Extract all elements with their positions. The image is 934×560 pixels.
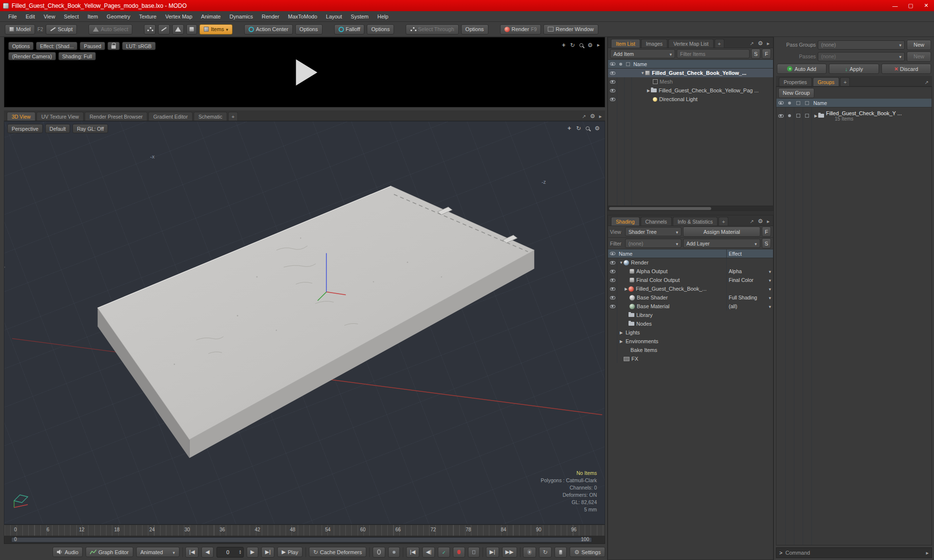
apply-button[interactable]: Apply	[829, 64, 879, 74]
raygl-button[interactable]: Ray GL: Off	[72, 124, 108, 133]
item-label[interactable]: Filled_Guest_Check_Book_Yellow_Pag ...	[659, 88, 759, 93]
visibility-eye-icon[interactable]	[608, 270, 617, 273]
shader-row-lights[interactable]: Lights	[608, 328, 773, 337]
cycle-button[interactable]	[539, 547, 552, 558]
shader-label[interactable]: Library	[636, 312, 773, 318]
vertex-mode-button[interactable]	[144, 24, 156, 35]
preview-camera-button[interactable]: (Render Camera)	[8, 52, 56, 60]
gear-icon[interactable]	[588, 42, 593, 49]
add-tab-button[interactable]: +	[228, 112, 238, 121]
shader-row-environments[interactable]: Environments	[608, 337, 773, 346]
shader-label[interactable]: Bake Items	[630, 347, 773, 353]
toggle-checkbox[interactable]	[805, 114, 809, 118]
step-fwd-button[interactable]: ▶|	[486, 547, 499, 558]
play-overlay-icon[interactable]	[296, 59, 317, 86]
menu-help[interactable]: Help	[373, 14, 393, 19]
action-center-button[interactable]: Action Center	[244, 24, 293, 35]
graph-editor-button[interactable]: Graph Editor	[86, 547, 133, 557]
visibility-eye-icon[interactable]	[608, 98, 617, 101]
next-frame-button[interactable]: ▶	[247, 547, 259, 558]
group-name[interactable]: Filled_Guest_Check_Book_Y ...	[826, 110, 902, 116]
gear-icon[interactable]	[590, 113, 595, 120]
shader-label[interactable]: Filled_Guest_Check_Book_...	[636, 286, 726, 292]
timeline-ruler[interactable]: 0 6 12 18 24 30 36 42 48 54 60 66 72 78 …	[4, 525, 605, 536]
add-item-dropdown[interactable]: Add Item	[610, 49, 675, 58]
cache-deformers-button[interactable]: Cache Deformers	[309, 547, 366, 557]
key-add-button[interactable]	[468, 547, 480, 558]
time-tool-button[interactable]	[373, 547, 386, 558]
panel-arrow-icon[interactable]	[599, 113, 602, 120]
discard-button[interactable]: Discard	[881, 64, 931, 74]
shader-row-bake-items[interactable]: Bake Items	[608, 346, 773, 354]
shader-row-fx[interactable]: FX	[608, 354, 773, 363]
menu-system[interactable]: System	[346, 14, 373, 19]
effect-dropdown[interactable]: Final Color	[726, 276, 773, 284]
panel-arrow-icon[interactable]	[926, 550, 929, 556]
visibility-eye-icon[interactable]	[608, 305, 617, 308]
render-button[interactable]: Render F9	[500, 24, 541, 35]
rotate-icon[interactable]	[570, 42, 575, 49]
menu-dynamics[interactable]: Dynamics	[225, 14, 257, 19]
shader-row-final-color-output[interactable]: Final Color Output Final Color	[608, 276, 773, 284]
menu-item[interactable]: Item	[83, 14, 102, 19]
filter-button[interactable]: F	[762, 227, 771, 237]
expander-icon[interactable]	[640, 71, 645, 75]
shader-row-base-shader[interactable]: Base Shader Full Shading	[608, 293, 773, 302]
expander-icon[interactable]	[813, 114, 818, 118]
expand-panel-icon[interactable]	[582, 113, 586, 119]
panel-arrow-icon[interactable]	[767, 218, 770, 225]
record-button[interactable]	[453, 547, 465, 558]
current-frame-field[interactable]: 0 ▲▼	[216, 547, 244, 558]
shader-row-material-group[interactable]: Filled_Guest_Check_Book_...	[608, 284, 773, 293]
tab-3d-view[interactable]: 3D View	[7, 112, 36, 121]
gear-icon[interactable]	[594, 125, 600, 132]
maximize-button[interactable]: ▢	[903, 0, 918, 11]
play-button[interactable]: ▶ Play	[277, 547, 303, 557]
tab-render-preset-browser[interactable]: Render Preset Browser	[85, 112, 147, 121]
action-center-options-button[interactable]: Options	[295, 24, 323, 35]
item-label[interactable]: Directional Light	[659, 96, 698, 102]
add-tab-button[interactable]: +	[718, 217, 728, 226]
filter-button[interactable]: F	[762, 49, 771, 59]
add-tab-button[interactable]: +	[840, 77, 850, 86]
auto-add-button[interactable]: Auto Add	[777, 64, 826, 74]
menu-animate[interactable]: Animate	[197, 14, 225, 19]
expand-panel-icon[interactable]	[925, 79, 929, 85]
item-row-group[interactable]: Filled_Guest_Check_Book_Yellow_Pag ...	[608, 86, 773, 95]
expand-panel-icon[interactable]	[750, 218, 754, 224]
tab-channels[interactable]: Channels	[641, 217, 672, 226]
items-mode-button[interactable]: Items	[199, 24, 232, 35]
shader-label[interactable]: Lights	[626, 330, 773, 335]
shader-label[interactable]: Base Material	[637, 303, 726, 309]
actor-button[interactable]	[388, 547, 400, 558]
menu-view[interactable]: View	[39, 14, 60, 19]
prev-key-button[interactable]: |◀	[406, 547, 419, 558]
select-through-options-button[interactable]: Options	[461, 24, 488, 35]
model-layout-button[interactable]: Model	[5, 24, 35, 35]
jump-start-button[interactable]: |◀	[185, 547, 198, 558]
select-icon[interactable]	[788, 114, 791, 117]
shader-row-render[interactable]: Render	[608, 258, 773, 267]
menu-geometry[interactable]: Geometry	[102, 14, 134, 19]
preview-pause-button[interactable]: Paused	[80, 42, 105, 50]
visibility-eye-icon[interactable]	[608, 279, 617, 282]
new-group-button[interactable]: New Group	[778, 88, 814, 98]
expander-icon[interactable]	[619, 261, 624, 265]
tab-item-list[interactable]: Item List	[611, 39, 640, 48]
shader-label[interactable]: Final Color Output	[636, 277, 726, 283]
rotate-icon[interactable]	[576, 125, 581, 132]
item-row-mesh[interactable]: Mesh	[608, 77, 773, 86]
visibility-eye-icon[interactable]	[608, 287, 617, 291]
menu-maxtomodo[interactable]: MaxToModo	[284, 14, 322, 19]
audio-button[interactable]: Audio	[53, 547, 83, 557]
shader-label[interactable]: Alpha Output	[636, 268, 726, 274]
gear-icon[interactable]	[758, 218, 763, 225]
visibility-eye-icon[interactable]	[608, 80, 617, 84]
settings-button[interactable]: Settings	[570, 547, 605, 557]
menu-file[interactable]: File	[4, 14, 21, 19]
expander-icon[interactable]	[619, 339, 624, 344]
timeline[interactable]: 0 6 12 18 24 30 36 42 48 54 60 66 72 78 …	[4, 525, 605, 544]
shader-row-alpha-output[interactable]: Alpha Output Alpha	[608, 267, 773, 276]
shader-label[interactable]: FX	[631, 356, 773, 362]
perspective-button[interactable]: Perspective	[7, 124, 43, 133]
